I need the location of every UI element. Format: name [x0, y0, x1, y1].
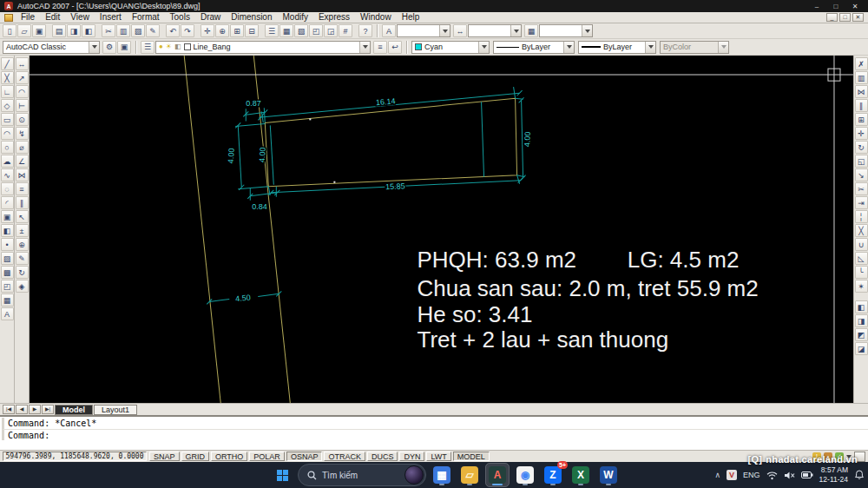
- spline-icon[interactable]: ∿: [1, 168, 14, 181]
- linear-dimension-icon[interactable]: ↔: [16, 57, 29, 70]
- wifi-icon[interactable]: [766, 471, 778, 480]
- menu-file[interactable]: File: [16, 12, 40, 23]
- array-icon[interactable]: ⊞: [855, 113, 868, 126]
- scale-icon[interactable]: ◱: [855, 155, 868, 168]
- make-object-layer-current-icon[interactable]: ≡: [373, 41, 387, 54]
- polygon-icon[interactable]: ◇: [1, 99, 14, 112]
- vmware-tray-icon[interactable]: V: [727, 470, 737, 480]
- toggle-otrack[interactable]: OTRACK: [324, 452, 365, 461]
- match-properties-icon[interactable]: ✎: [146, 24, 160, 37]
- stretch-icon[interactable]: ↘: [855, 168, 868, 181]
- make-block-icon[interactable]: ◧: [1, 224, 14, 237]
- workspace-save-icon[interactable]: ▣: [117, 41, 131, 54]
- erase-icon[interactable]: ✗: [855, 57, 868, 70]
- jogged-dimension-icon[interactable]: ↯: [16, 127, 29, 140]
- mdi-restore-button[interactable]: □: [839, 13, 851, 22]
- cut-icon[interactable]: ✂: [102, 24, 115, 37]
- break-icon[interactable]: ╳: [855, 224, 868, 237]
- rotate-icon[interactable]: ↻: [855, 141, 868, 154]
- minimize-button[interactable]: –: [808, 1, 825, 11]
- toggle-lwt[interactable]: LWT: [426, 452, 450, 461]
- command-input-line[interactable]: Command:: [2, 429, 868, 440]
- pan-icon[interactable]: ✛: [201, 24, 214, 37]
- dimension-edit-icon[interactable]: ✎: [16, 252, 29, 265]
- radius-dimension-icon[interactable]: ⊙: [16, 113, 29, 126]
- angular-dimension-icon[interactable]: ∠: [16, 155, 29, 168]
- toggle-snap[interactable]: SNAP: [149, 452, 180, 461]
- help-icon[interactable]: ?: [358, 24, 372, 37]
- menu-window[interactable]: Window: [355, 12, 397, 23]
- search-widget-image[interactable]: [404, 465, 424, 485]
- restore-button[interactable]: □: [827, 1, 845, 11]
- bring-to-front-icon[interactable]: ◧: [855, 300, 868, 313]
- toggle-dyn[interactable]: DYN: [399, 452, 424, 461]
- text-style-icon[interactable]: A: [382, 24, 396, 37]
- tab-nav-prev[interactable]: ◀: [16, 405, 28, 414]
- notification-bell-icon[interactable]: [854, 470, 865, 480]
- paste-icon[interactable]: ▨: [131, 24, 145, 37]
- copy-object-icon[interactable]: ▥: [855, 71, 868, 84]
- plot-icon[interactable]: ▤: [52, 24, 66, 37]
- toggle-polar[interactable]: POLAR: [249, 452, 285, 461]
- table-style-dropdown[interactable]: [539, 24, 593, 37]
- qnew-icon[interactable]: ▯: [3, 24, 16, 37]
- tray-chevron-icon[interactable]: ∧: [714, 471, 720, 479]
- ellipse-icon[interactable]: ◌: [1, 182, 14, 195]
- gradient-icon[interactable]: ▩: [1, 266, 14, 279]
- toolpalettes-icon[interactable]: ▧: [294, 24, 308, 37]
- table-icon[interactable]: ▦: [1, 293, 14, 307]
- close-button[interactable]: ✕: [846, 1, 864, 11]
- save-icon[interactable]: ▣: [32, 24, 46, 37]
- aligned-dimension-icon[interactable]: ↗: [16, 71, 29, 84]
- taskbar-clock[interactable]: 8:57 AM 12-11-24: [819, 465, 848, 484]
- mtext-icon[interactable]: A: [1, 307, 14, 320]
- dropdown-arrow-icon[interactable]: [645, 42, 655, 53]
- taskbar-app-autocad[interactable]: A: [486, 464, 509, 486]
- circle-icon[interactable]: ○: [1, 141, 14, 154]
- taskbar-app-excel[interactable]: X: [569, 464, 592, 486]
- baseline-dimension-icon[interactable]: ≡: [16, 182, 29, 195]
- quick-leader-icon[interactable]: ↖: [16, 210, 29, 223]
- tolerance-icon[interactable]: ±: [16, 224, 29, 237]
- chamfer-icon[interactable]: ◺: [855, 252, 868, 265]
- dimension-style-icon[interactable]: ◈: [16, 280, 29, 293]
- workspace-dropdown[interactable]: AutoCAD Classic: [3, 41, 100, 54]
- construction-line-icon[interactable]: ╳: [1, 71, 14, 84]
- layer-properties-manager-icon[interactable]: ☰: [141, 41, 155, 54]
- markup-manager-icon[interactable]: ◲: [324, 24, 338, 37]
- dropdown-arrow-icon[interactable]: [359, 42, 370, 53]
- move-icon[interactable]: ✛: [855, 127, 868, 140]
- join-icon[interactable]: ∪: [855, 238, 868, 251]
- tab-layout1[interactable]: Layout1: [94, 405, 137, 415]
- undo-icon[interactable]: ↶: [166, 24, 180, 37]
- taskbar-search[interactable]: Tìm kiếm: [298, 464, 426, 486]
- break-at-point-icon[interactable]: ╎: [855, 210, 868, 223]
- start-button[interactable]: [271, 464, 293, 486]
- bring-above-icon[interactable]: ◩: [855, 328, 868, 341]
- quickcalc-icon[interactable]: #: [339, 24, 352, 37]
- menu-tools[interactable]: Tools: [165, 12, 195, 23]
- table-style-toolbar-icon[interactable]: ▦: [524, 24, 538, 37]
- zoom-previous-icon[interactable]: ⊟: [245, 24, 259, 37]
- mdi-minimize-button[interactable]: _: [826, 13, 838, 22]
- menu-express[interactable]: Express: [313, 12, 355, 23]
- ordinate-dimension-icon[interactable]: ⊢: [16, 99, 29, 112]
- lineweight-dropdown[interactable]: ByLayer: [578, 41, 656, 54]
- dim-style-dropdown[interactable]: [468, 24, 522, 37]
- toggle-osnap[interactable]: OSNAP: [286, 452, 323, 461]
- plot-preview-icon[interactable]: ◨: [67, 24, 81, 37]
- continue-dimension-icon[interactable]: ∥: [16, 196, 29, 209]
- mdi-close-button[interactable]: ✕: [852, 13, 864, 22]
- toggle-model[interactable]: MODEL: [453, 452, 490, 461]
- extend-icon[interactable]: ⇥: [855, 196, 868, 209]
- insert-block-icon[interactable]: ▣: [1, 210, 14, 223]
- ellipse-arc-icon[interactable]: ◜: [1, 196, 14, 209]
- explode-icon[interactable]: ✶: [855, 280, 868, 293]
- taskbar-app-explorer[interactable]: ▱: [458, 464, 481, 486]
- hatch-icon[interactable]: ▨: [1, 252, 14, 265]
- dropdown-arrow-icon[interactable]: [89, 42, 99, 53]
- dropdown-arrow-icon[interactable]: [439, 25, 450, 36]
- open-icon[interactable]: ▱: [17, 24, 31, 37]
- zoom-realtime-icon[interactable]: ⊕: [215, 24, 229, 37]
- command-window[interactable]: Command: *Cancel* Command:: [0, 415, 868, 450]
